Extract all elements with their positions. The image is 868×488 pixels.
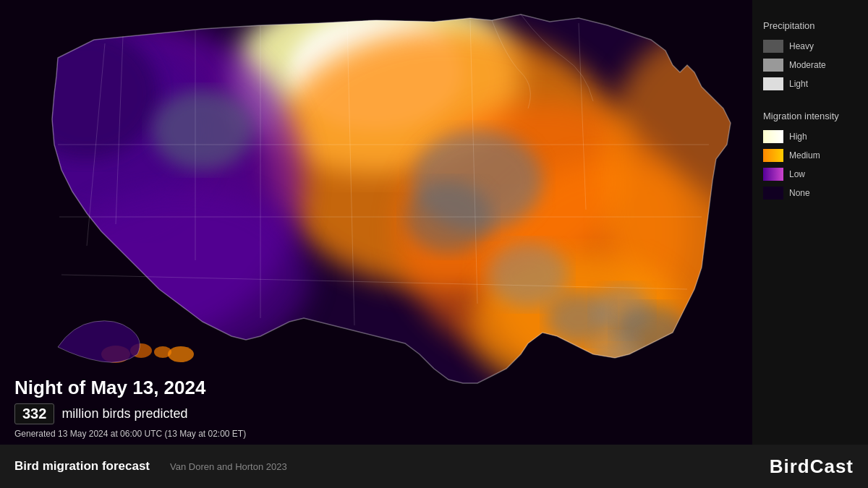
count-badge: 332 — [14, 403, 54, 424]
night-title: Night of May 13, 2024 — [14, 377, 246, 399]
legend-none: None — [763, 187, 857, 200]
credit-text: Van Doren and Horton 2023 — [170, 461, 287, 472]
generated-text: Generated 13 May 2024 at 06:00 UTC (13 M… — [14, 429, 246, 439]
legend-low: Low — [763, 168, 857, 181]
legend-heavy: Heavy — [763, 40, 857, 53]
migration-legend-title: Migration intensity — [763, 111, 857, 121]
high-swatch — [763, 130, 783, 143]
none-swatch — [763, 187, 783, 200]
medium-label: Medium — [789, 150, 820, 160]
birds-predicted-row: 332 million birds predicted — [14, 403, 246, 424]
heavy-label: Heavy — [789, 41, 814, 51]
light-swatch — [763, 77, 783, 90]
legend-high: High — [763, 130, 857, 143]
light-label: Light — [789, 79, 808, 89]
bottom-bar: Bird migration forecast Van Doren and Ho… — [0, 445, 868, 488]
legend-panel: Precipitation Heavy Moderate Light Migra… — [752, 0, 868, 445]
birdcast-logo: BirdCast — [770, 455, 854, 478]
precipitation-legend-title: Precipitation — [763, 20, 857, 31]
medium-swatch — [763, 149, 783, 162]
low-label: Low — [789, 169, 805, 179]
svg-point-17 — [488, 242, 568, 307]
forecast-title: Bird migration forecast — [14, 459, 150, 474]
low-swatch — [763, 168, 783, 181]
svg-point-35 — [168, 346, 194, 362]
svg-point-14 — [152, 90, 253, 170]
birds-label: million birds predicted — [61, 406, 187, 421]
moderate-label: Moderate — [789, 60, 826, 70]
legend-medium: Medium — [763, 149, 857, 162]
heavy-swatch — [763, 40, 783, 53]
none-label: None — [789, 188, 810, 198]
high-label: High — [789, 132, 807, 142]
legend-light: Light — [763, 77, 857, 90]
bottom-left: Bird migration forecast Van Doren and Ho… — [14, 459, 287, 474]
map-info: Night of May 13, 2024 332 million birds … — [14, 377, 246, 439]
moderate-swatch — [763, 59, 783, 72]
legend-moderate: Moderate — [763, 59, 857, 72]
